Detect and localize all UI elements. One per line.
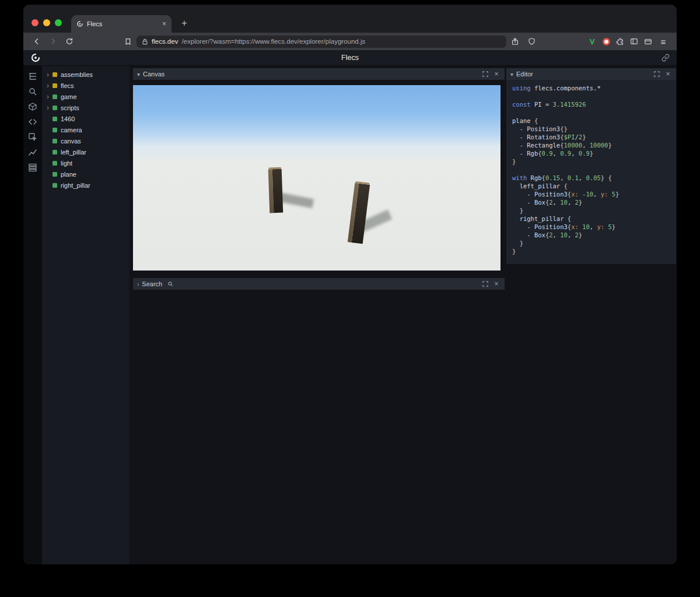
lock-icon [142, 38, 148, 45]
sidebar-toggle-icon[interactable] [628, 35, 640, 48]
canvas-3d-viewport[interactable] [133, 85, 501, 271]
window-zoom-button[interactable] [55, 19, 62, 26]
code-line: } [512, 157, 670, 166]
editor-panel-header[interactable]: ▾ Editor × [506, 68, 676, 80]
code-line: - Rectangle{10000, 10000} [512, 141, 670, 149]
tree-item-right_pillar[interactable]: right_pillar [42, 180, 130, 191]
code-line [512, 108, 670, 117]
code-line: - Position3{x: 10, y: 5} [512, 223, 670, 231]
forward-button[interactable] [46, 35, 61, 48]
panel-title: Editor [516, 71, 533, 78]
entity-square-icon [52, 161, 57, 166]
icon-rail [23, 66, 42, 564]
panel-title: Canvas [143, 71, 164, 78]
share-button[interactable] [508, 35, 523, 48]
browser-menu-icon[interactable]: ≡ [656, 35, 671, 48]
entity-tree-panel: ›assemblies›flecs›game›scripts1460camera… [42, 66, 130, 564]
entity-square-icon [52, 128, 57, 132]
entity-label: scripts [61, 104, 79, 111]
entity-label: plane [61, 171, 76, 178]
canvas-panel-header[interactable]: ▾ Canvas × [133, 68, 505, 80]
close-panel-icon[interactable]: × [492, 70, 501, 78]
collapse-chevron-icon[interactable]: ▾ [137, 71, 140, 78]
stats-chart-icon[interactable] [28, 148, 37, 157]
tab-title: Flecs [87, 20, 159, 27]
reload-button[interactable] [62, 35, 77, 48]
new-tab-button[interactable]: + [178, 17, 190, 29]
collapse-chevron-icon[interactable]: ▾ [510, 71, 513, 78]
search-icon [166, 280, 174, 288]
entity-label: assemblies [61, 71, 93, 78]
entity-label: game [61, 93, 77, 100]
tree-item-canvas[interactable]: canvas [42, 135, 130, 146]
close-panel-icon[interactable]: × [492, 280, 501, 288]
expand-chevron-icon[interactable]: › [47, 83, 52, 89]
code-line: using flecs.components.* [512, 84, 670, 92]
code-line: - Position3{} [512, 125, 670, 133]
search-panel-header[interactable]: › Search × [133, 278, 505, 290]
logs-rows-icon[interactable] [28, 163, 37, 172]
tree-item-camera[interactable]: camera [42, 124, 130, 135]
tree-item-1460[interactable]: 1460 [42, 113, 130, 124]
expand-chevron-icon[interactable]: › [47, 72, 52, 78]
expand-panel-icon[interactable] [481, 280, 489, 288]
traffic-lights [32, 14, 62, 31]
components-cube-icon[interactable] [28, 102, 37, 111]
extensions-puzzle-icon[interactable] [614, 35, 626, 48]
tree-item-flecs[interactable]: ›flecs [42, 80, 130, 91]
code-line: - Box{2, 10, 2} [512, 231, 670, 239]
brave-shield-icon[interactable] [524, 35, 539, 48]
entity-label: right_pillar [61, 182, 90, 189]
code-line: left_pillar { [512, 182, 670, 190]
url-domain: flecs.dev [152, 38, 178, 45]
code-line [512, 166, 670, 174]
tree-item-light[interactable]: light [42, 157, 130, 168]
code-line: const PI = 3.1415926 [512, 100, 670, 108]
main-area: ›assemblies›flecs›game›scripts1460camera… [23, 66, 677, 564]
code-line: } [512, 206, 670, 215]
collapsed-chevron-icon[interactable]: › [137, 281, 139, 287]
bookmarks-button[interactable] [120, 35, 135, 48]
tab-favicon-flecs-logo-icon [76, 20, 83, 27]
entity-label: camera [61, 127, 82, 134]
panel-title: Search [142, 280, 162, 287]
tree-item-plane[interactable]: plane [42, 168, 130, 180]
expand-chevron-icon[interactable]: › [47, 105, 52, 111]
content-area: ▾ Canvas × [130, 66, 677, 564]
expand-panel-icon[interactable] [653, 70, 661, 78]
extension-v-icon[interactable]: V [586, 35, 598, 48]
tree-item-game[interactable]: ›game [42, 91, 130, 102]
browser-tab[interactable]: Flecs × [71, 15, 172, 33]
entity-square-icon [52, 172, 57, 177]
code-line: - Rotation3{$PI/2} [512, 133, 670, 141]
entity-label: 1460 [61, 115, 75, 122]
window-minimize-button[interactable] [43, 19, 50, 26]
tree-item-scripts[interactable]: ›scripts [42, 102, 130, 113]
entity-tree-icon[interactable] [28, 72, 37, 81]
entity-label: left_pillar [61, 149, 86, 156]
inspector-icon[interactable] [28, 132, 37, 142]
window-close-button[interactable] [32, 19, 38, 26]
code-line: } [512, 247, 670, 255]
tab-close-icon[interactable]: × [162, 20, 166, 28]
expand-chevron-icon[interactable]: › [47, 94, 52, 100]
code-line: - Position3{x: -10, y: 5} [512, 190, 670, 198]
url-path: /explorer/?wasm=https://www.flecs.dev/ex… [181, 38, 365, 45]
tree-item-assemblies[interactable]: ›assemblies [42, 69, 130, 80]
close-panel-icon[interactable]: × [664, 70, 672, 78]
wallet-icon[interactable] [642, 35, 654, 48]
back-button[interactable] [29, 35, 44, 48]
script-editor[interactable]: using flecs.components.* const PI = 3.14… [506, 80, 676, 264]
code-rail-icon[interactable] [28, 117, 37, 127]
screen: Flecs × + flecs.dev/ [0, 0, 700, 597]
entity-square-icon [52, 106, 57, 110]
code-line: plane { [512, 117, 670, 125]
entity-square-icon [52, 183, 57, 188]
tab-strip: Flecs × + [23, 5, 677, 33]
tree-item-left_pillar[interactable]: left_pillar [42, 146, 130, 157]
expand-panel-icon[interactable] [481, 70, 489, 78]
right-pillar-3d [348, 183, 370, 244]
extension-recorder-icon[interactable] [600, 35, 612, 48]
url-bar[interactable]: flecs.dev/explorer/?wasm=https://www.fle… [136, 36, 506, 48]
search-rail-icon[interactable] [28, 87, 37, 96]
